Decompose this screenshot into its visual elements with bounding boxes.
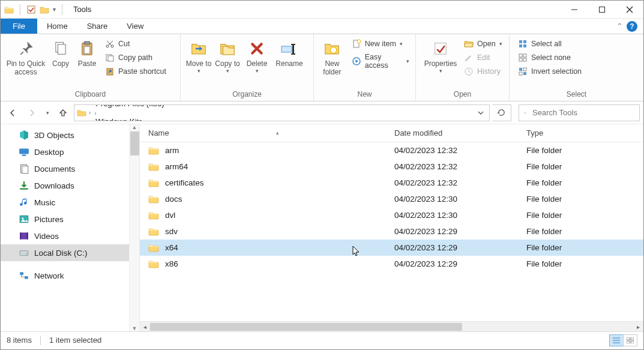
help-icon[interactable]: ? [627, 21, 637, 32]
folder-icon [148, 211, 159, 220]
qat-properties-icon[interactable] [26, 5, 36, 14]
address-dropdown-icon[interactable] [475, 109, 487, 116]
breadcrumb-segment[interactable]: Windows Kits [93, 117, 166, 121]
tab-home[interactable]: Home [37, 19, 77, 34]
tree-item[interactable]: Local Disk (C:) [1, 244, 139, 261]
tree-item-label: 3D Objects [34, 131, 74, 140]
forward-button[interactable] [23, 104, 40, 121]
delete-button[interactable]: Delete▾ [242, 37, 272, 74]
new-item-button[interactable]: New item ▾ [349, 38, 412, 50]
tree-item-label: Local Disk (C:) [34, 249, 88, 258]
paste-shortcut-button[interactable]: Paste shortcut [103, 65, 169, 77]
tree-scrollbar[interactable]: ▲ ▼ [129, 124, 139, 331]
list-item[interactable]: x8604/02/2023 12:29File folder [140, 256, 643, 272]
recent-locations-button[interactable]: ▾ [43, 104, 52, 121]
group-label-select: Select [510, 89, 643, 101]
cut-button[interactable]: Cut [103, 38, 169, 50]
svg-point-51 [26, 253, 27, 255]
svg-rect-17 [291, 44, 295, 45]
chevron-right-icon[interactable]: › [93, 110, 97, 116]
svg-line-39 [526, 113, 526, 113]
refresh-button[interactable] [492, 104, 511, 121]
qat-folder-icon[interactable] [40, 5, 49, 14]
select-all-button[interactable]: Select all [516, 38, 584, 50]
column-date[interactable]: Date modified [386, 128, 518, 137]
select-none-button[interactable]: Select none [516, 52, 584, 64]
column-name[interactable]: Name▴ [140, 128, 386, 137]
move-to-button[interactable]: Move to▾ [184, 37, 213, 74]
disk-icon [19, 247, 29, 258]
tree-item[interactable]: Downloads [1, 177, 139, 194]
tree-item[interactable]: 3D Objects [1, 127, 139, 143]
list-item[interactable]: docs04/02/2023 12:30File folder [140, 191, 643, 207]
copy-to-button[interactable]: Copy to▾ [213, 37, 242, 74]
new-folder-button[interactable]: New folder [317, 37, 347, 76]
horizontal-scrollbar[interactable]: ◂ ▸ [140, 321, 643, 331]
open-button[interactable]: Open ▾ [462, 38, 505, 50]
tab-share[interactable]: Share [77, 19, 118, 34]
tree-item[interactable]: Music [1, 194, 139, 211]
tree-item[interactable]: Videos [1, 228, 139, 244]
search-input[interactable] [531, 107, 634, 118]
thumbnails-view-button[interactable] [623, 334, 637, 346]
back-button[interactable] [4, 104, 21, 121]
tree-item[interactable]: Pictures [1, 211, 139, 228]
svg-rect-58 [631, 337, 634, 340]
chevron-right-icon[interactable]: › [88, 109, 92, 116]
tree-item-label: Network [34, 271, 64, 280]
list-item[interactable]: x6404/02/2023 12:29File folder [140, 240, 643, 256]
group-label-open: Open [416, 89, 509, 101]
tree-item[interactable]: Network [1, 267, 139, 284]
history-button[interactable]: History [462, 65, 505, 77]
ribbon-collapse-icon[interactable]: ⌃ [616, 22, 623, 31]
invert-selection-button[interactable]: Invert selection [516, 65, 584, 77]
svg-rect-33 [523, 58, 526, 61]
svg-rect-49 [27, 232, 28, 239]
paste-button[interactable]: Paste [74, 37, 100, 68]
network-icon [19, 270, 29, 281]
navigation-tree[interactable]: 3D ObjectsDesktopDocumentsDownloadsMusic… [1, 124, 140, 331]
documents-icon [19, 163, 29, 174]
qat-customize-icon[interactable]: ▾ [53, 6, 56, 13]
column-headers[interactable]: Name▴ Date modified Type [140, 124, 643, 142]
item-name: certificates [165, 178, 204, 187]
maximize-button[interactable] [588, 1, 616, 19]
close-button[interactable] [616, 1, 643, 19]
status-item-count: 8 items [7, 336, 32, 345]
search-box[interactable] [519, 104, 640, 121]
breadcrumb-segment[interactable]: Program Files (x86) [93, 104, 166, 109]
list-item[interactable]: certificates04/02/2023 12:32File folder [140, 175, 643, 191]
svg-point-46 [22, 217, 23, 219]
list-item[interactable]: arm6404/02/2023 12:32File folder [140, 158, 643, 175]
copy-icon [51, 39, 70, 58]
item-date: 04/02/2023 12:32 [386, 162, 518, 171]
copy-button[interactable]: Copy [47, 37, 74, 68]
item-name: arm [165, 146, 179, 155]
tab-file[interactable]: File [1, 19, 37, 34]
tab-view[interactable]: View [117, 19, 153, 34]
item-type: File folder [518, 211, 643, 220]
edit-button[interactable]: Edit [462, 52, 505, 64]
tree-item-label: Desktop [34, 148, 64, 157]
column-type[interactable]: Type [518, 128, 643, 137]
svg-rect-48 [20, 232, 21, 239]
svg-rect-57 [627, 337, 630, 340]
tree-item-label: Videos [34, 232, 59, 241]
easy-access-button[interactable]: Easy access ▾ [349, 52, 412, 71]
list-item[interactable]: dvl04/02/2023 12:30File folder [140, 207, 643, 223]
tree-item[interactable]: Desktop [1, 143, 139, 160]
tree-item-label: Music [34, 198, 55, 207]
rename-button[interactable]: Rename [272, 37, 307, 68]
folder-icon [148, 163, 159, 171]
copy-path-button[interactable]: Copy path [103, 52, 169, 64]
list-item[interactable]: arm04/02/2023 12:32File folder [140, 142, 643, 158]
address-bar[interactable]: › This PC›Local Disk (C:)›Program Files … [74, 104, 490, 121]
minimize-button[interactable] [561, 1, 588, 19]
pin-to-quick-access-button[interactable]: Pin to Quick access [4, 37, 47, 76]
item-type: File folder [518, 146, 643, 155]
details-view-button[interactable] [609, 334, 624, 346]
list-item[interactable]: sdv04/02/2023 12:29File folder [140, 223, 643, 240]
up-button[interactable] [55, 104, 71, 121]
tree-item[interactable]: Documents [1, 160, 139, 177]
properties-button[interactable]: Properties▾ [420, 37, 462, 74]
